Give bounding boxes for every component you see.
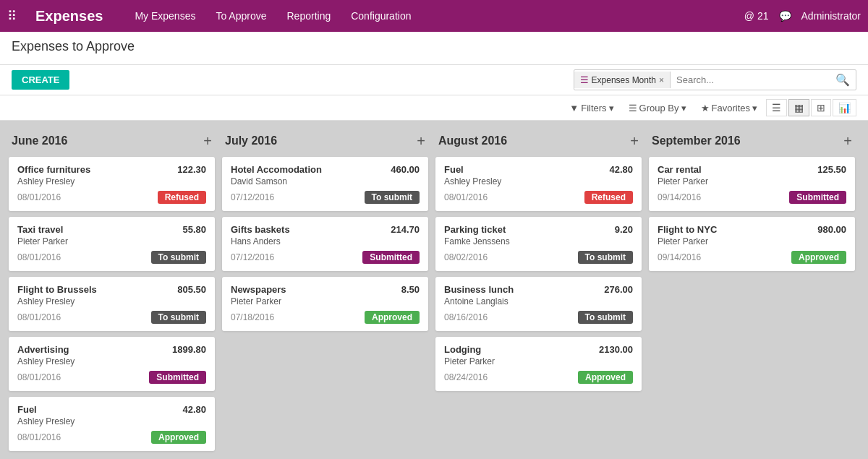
- card-1-2[interactable]: Newspapers 8.50 Pieter Parker 07/18/2016…: [222, 277, 428, 331]
- filter-icon: ▼: [569, 103, 579, 113]
- search-input[interactable]: [671, 72, 830, 88]
- column-cards-3: Car rental 125.50 Pieter Parker 09/14/20…: [649, 157, 855, 271]
- card-amount: 2130.00: [599, 344, 633, 355]
- column-add-button-2[interactable]: +: [630, 134, 639, 148]
- card-status-badge: Submitted: [789, 191, 846, 204]
- create-button[interactable]: CREATE: [12, 70, 69, 90]
- card-date: 09/14/2016: [658, 252, 701, 262]
- top-nav: ⠿ Expenses My Expenses To Approve Report…: [0, 0, 868, 32]
- nav-my-expenses[interactable]: My Expenses: [132, 10, 198, 22]
- list-view-button[interactable]: ☰: [766, 99, 787, 116]
- app-title: Expenses: [35, 8, 103, 25]
- card-person: David Samson: [231, 176, 420, 186]
- chart-view-button[interactable]: 📊: [833, 99, 856, 116]
- card-title: Newspapers: [231, 284, 286, 295]
- card-title: Flight to Brussels: [17, 284, 97, 295]
- card-person: Antoine Langlais: [444, 296, 633, 306]
- card-person: Pieter Parker: [658, 176, 846, 186]
- card-top-row: Gifts baskets 214.70: [231, 224, 420, 235]
- kanban-view-button[interactable]: ▦: [788, 99, 809, 116]
- card-top-row: Flight to Brussels 805.50: [17, 284, 206, 295]
- card-date: 09/14/2016: [658, 192, 701, 202]
- favorites-button[interactable]: ★ Favorites ▾: [695, 100, 763, 116]
- card-bottom-row: 09/14/2016 Approved: [658, 251, 846, 264]
- card-2-2[interactable]: Business lunch 276.00 Antoine Langlais 0…: [435, 277, 642, 331]
- kanban-column-1: July 2016 + Hotel Accomodation 460.00 Da…: [222, 129, 428, 459]
- card-bottom-row: 08/02/2016 To submit: [444, 251, 633, 264]
- column-add-button-0[interactable]: +: [203, 134, 212, 148]
- card-status-badge: To submit: [151, 251, 206, 264]
- card-status-badge: Approved: [791, 251, 846, 264]
- kanban-area: June 2016 + Office furnitures 122.30 Ash…: [0, 121, 868, 459]
- nav-reporting[interactable]: Reporting: [284, 10, 334, 22]
- filters-button[interactable]: ▼ Filters ▾: [563, 100, 619, 116]
- nav-to-approve[interactable]: To Approve: [213, 10, 269, 22]
- card-top-row: Advertising 1899.80: [17, 344, 206, 355]
- card-person: Ashley Presley: [17, 356, 206, 366]
- card-amount: 9.20: [615, 224, 633, 235]
- card-0-3[interactable]: Advertising 1899.80 Ashley Presley 08/01…: [9, 337, 215, 391]
- app-grid-icon[interactable]: ⠿: [7, 8, 17, 24]
- card-bottom-row: 07/12/2016 Submitted: [231, 251, 420, 264]
- card-2-3[interactable]: Lodging 2130.00 Pieter Parker 08/24/2016…: [435, 337, 642, 391]
- card-status-badge: To submit: [578, 251, 633, 264]
- filter-tag-label: Expenses Month: [592, 75, 656, 85]
- card-date: 08/01/2016: [17, 252, 61, 262]
- card-amount: 1899.80: [172, 344, 206, 355]
- card-1-1[interactable]: Gifts baskets 214.70 Hans Anders 07/12/2…: [222, 217, 428, 271]
- filter-tag-close[interactable]: ×: [659, 75, 664, 85]
- card-status-badge: To submit: [365, 191, 420, 204]
- card-top-row: Hotel Accomodation 460.00: [231, 164, 420, 175]
- card-amount: 980.00: [817, 224, 846, 235]
- card-2-1[interactable]: Parking ticket 9.20 Famke Jenssens 08/02…: [435, 217, 642, 271]
- card-0-1[interactable]: Taxi travel 55.80 Pieter Parker 08/01/20…: [9, 217, 215, 271]
- card-top-row: Lodging 2130.00: [444, 344, 633, 355]
- card-bottom-row: 07/12/2016 To submit: [231, 191, 420, 204]
- card-2-0[interactable]: Fuel 42.80 Ashley Presley 08/01/2016 Ref…: [435, 157, 642, 211]
- card-top-row: Taxi travel 55.80: [17, 224, 206, 235]
- groupby-button[interactable]: ☰ Group By ▾: [623, 100, 692, 116]
- sub-header: Expenses to Approve: [0, 32, 868, 65]
- card-amount: 460.00: [391, 164, 420, 175]
- notification-count[interactable]: @ 21: [744, 10, 769, 22]
- card-status-badge: Approved: [151, 431, 206, 444]
- card-top-row: Newspapers 8.50: [231, 284, 420, 295]
- kanban-column-3: September 2016 + Car rental 125.50 Piete…: [649, 129, 855, 459]
- chat-icon[interactable]: 💬: [779, 10, 791, 22]
- card-title: Fuel: [444, 164, 464, 175]
- column-cards-0: Office furnitures 122.30 Ashley Presley …: [9, 157, 215, 451]
- column-add-button-1[interactable]: +: [417, 134, 425, 148]
- card-amount: 8.50: [401, 284, 420, 295]
- card-3-0[interactable]: Car rental 125.50 Pieter Parker 09/14/20…: [649, 157, 855, 211]
- card-status-badge: Refused: [584, 191, 633, 204]
- search-button[interactable]: 🔍: [830, 70, 856, 90]
- card-person: Pieter Parker: [17, 236, 206, 246]
- card-date: 08/01/2016: [17, 312, 61, 322]
- card-3-1[interactable]: Flight to NYC 980.00 Pieter Parker 09/14…: [649, 217, 855, 271]
- user-menu[interactable]: Administrator: [801, 10, 861, 22]
- column-header-0: June 2016 +: [9, 129, 215, 153]
- column-add-button-3[interactable]: +: [843, 134, 852, 148]
- grid-view-button[interactable]: ⊞: [811, 99, 831, 116]
- card-0-0[interactable]: Office furnitures 122.30 Ashley Presley …: [9, 157, 215, 211]
- card-0-4[interactable]: Fuel 42.80 Ashley Presley 08/01/2016 App…: [9, 397, 215, 451]
- column-header-2: August 2016 +: [435, 129, 642, 153]
- toolbar-row: CREATE ☰ Expenses Month × 🔍: [0, 65, 868, 95]
- filter-tag-icon: ☰: [580, 74, 589, 85]
- card-1-0[interactable]: Hotel Accomodation 460.00 David Samson 0…: [222, 157, 428, 211]
- card-person: Pieter Parker: [658, 236, 846, 246]
- card-title: Gifts baskets: [231, 224, 290, 235]
- filter-bar: ☰ Expenses Month × 🔍: [574, 69, 856, 90]
- groupby-icon: ☰: [629, 103, 637, 113]
- card-status-badge: Approved: [365, 311, 420, 324]
- card-0-2[interactable]: Flight to Brussels 805.50 Ashley Presley…: [9, 277, 215, 331]
- card-top-row: Business lunch 276.00: [444, 284, 633, 295]
- card-amount: 276.00: [604, 284, 633, 295]
- card-title: Lodging: [444, 344, 481, 355]
- column-title-0: June 2016: [12, 134, 67, 147]
- card-bottom-row: 08/01/2016 To submit: [17, 251, 206, 264]
- card-amount: 125.50: [817, 164, 846, 175]
- nav-configuration[interactable]: Configuration: [348, 10, 414, 22]
- card-date: 07/18/2016: [231, 312, 274, 322]
- card-person: Ashley Presley: [17, 296, 206, 306]
